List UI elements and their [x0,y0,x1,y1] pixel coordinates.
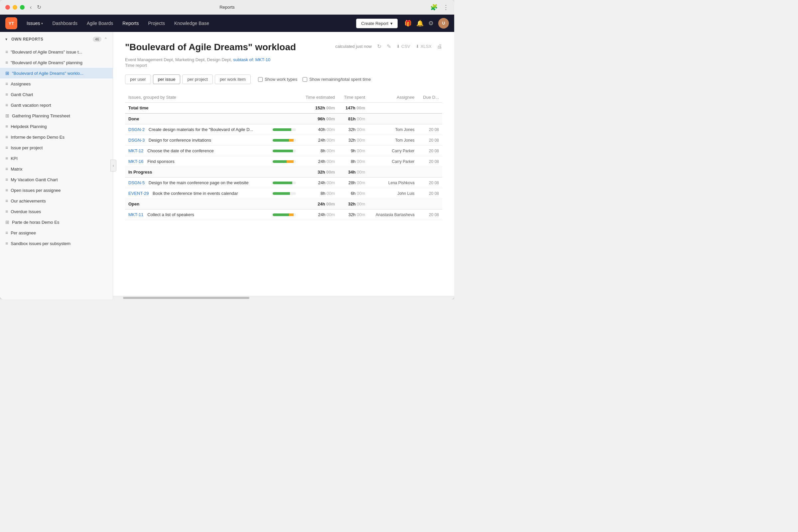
bell-icon[interactable]: 🔔 [416,20,424,27]
settings-icon[interactable]: ⚙ [428,20,434,27]
row-due-0-3: 20 08 [418,156,442,167]
sidebar-toggle-button[interactable]: ‹ [110,159,116,172]
row-issue-1-1: EVENT-29 Book the conference time in eve… [125,188,269,199]
row-assignee-1-0: Lena Pishkova [368,177,418,188]
table-body: Total time 152h 00m 147h 00m Done 96h 00… [125,103,442,220]
sidebar-item-15[interactable]: ≡Overdue Issues [0,206,113,217]
sidebar-item-label-10: KPI [11,156,18,161]
row-assignee-0-0: Tom Jones [368,125,418,135]
puzzle-icon[interactable]: 🧩 [430,4,438,11]
sidebar-item-6[interactable]: ⊞Gathering Planning Timesheet [0,110,113,121]
window-title: Reports [220,5,235,10]
sidebar-expand-icon[interactable]: ⌃ [104,37,108,41]
traffic-lights [5,5,25,10]
subtask-link[interactable]: subtask of: MKT-10 [233,57,270,62]
sidebar-item-11[interactable]: ≡Matrix [0,164,113,174]
user-avatar[interactable]: U [438,18,449,28]
tab-per-work-item[interactable]: per work item [215,75,251,84]
download-csv-icon: ⬇ [396,44,400,49]
row-time-spent-0-3: 8h 00m [338,156,368,167]
table-row: MKT-16 Find sponsors 24h 00m 8h 00m Carr… [125,156,442,167]
row-time-est-0-1: 24h 00m [299,135,339,146]
close-button[interactable] [5,5,10,10]
back-button[interactable]: ‹ [30,4,32,10]
row-assignee-0-2: Carry Parker [368,146,418,156]
group-time-spent-0: 81h 00m [338,113,368,125]
nav-item-issues[interactable]: Issues ▾ [23,19,47,28]
sidebar-item-8[interactable]: ≡Informe de tiempo Demo Es [0,132,113,142]
scrollbar-thumb[interactable] [123,297,249,299]
sidebar-item-icon-1: ≡ [5,60,8,65]
table-header-row: Issues, grouped by State Time estimated … [125,92,442,103]
col-issue: Issues, grouped by State [125,92,269,103]
nav-item-agile-boards[interactable]: Agile Boards [83,19,117,28]
show-remaining-time-checkbox[interactable]: Show remaining/total spent time [303,77,371,82]
sidebar-item-icon-15: ≡ [5,209,8,214]
issue-link-0-3[interactable]: MKT-16 [128,159,144,164]
issue-link-1-0[interactable]: DSGN-5 [128,180,145,185]
col-time-estimated: Time estimated [299,92,339,103]
sidebar-item-label-7: Helpdesk Planning [11,124,46,129]
sidebar-item-12[interactable]: ≡My Vacation Gantt Chart [0,174,113,185]
sidebar-item-icon-12: ≡ [5,177,8,182]
minimize-button[interactable] [13,5,17,10]
nav-item-dashboards[interactable]: Dashboards [48,19,81,28]
sidebar-item-icon-2: ⊞ [5,71,9,76]
create-report-button[interactable]: Create Report ▾ [356,19,398,28]
sidebar-item-2[interactable]: ⊞"Boulevard of Agile Dreams" worklo... [0,68,113,78]
gift-icon[interactable]: 🎁 [404,20,412,27]
more-icon[interactable]: ⋮ [443,4,449,11]
refresh-icon[interactable]: ↻ [377,43,381,50]
sidebar-item-14[interactable]: ≡Our achievements [0,195,113,206]
issue-link-2-0[interactable]: MKT-11 [128,212,144,217]
sidebar-item-10[interactable]: ≡KPI [0,153,113,164]
row-issue-0-3: MKT-16 Find sponsors [125,156,269,167]
sidebar-item-18[interactable]: ≡Sandbox issues per subsystem [0,238,113,249]
sidebar-item-0[interactable]: ≡"Boulevard of Agile Dreams" issue t... [0,46,113,57]
download-xlsx-icon: ⬇ [416,44,419,49]
nav-item-projects[interactable]: Projects [144,19,169,28]
xlsx-download-button[interactable]: ⬇ XLSX [416,44,432,49]
section-collapse-icon[interactable]: ▾ [5,37,7,41]
col-bar [269,92,299,103]
issue-link-1-1[interactable]: EVENT-29 [128,191,149,196]
row-bar-1-0 [269,177,299,188]
edit-icon[interactable]: ✎ [387,43,391,50]
total-label: Total time [125,103,269,114]
sidebar-item-icon-18: ≡ [5,241,8,246]
sidebar-item-7[interactable]: ≡Helpdesk Planning [0,121,113,132]
sidebar-item-9[interactable]: ≡Issue per project [0,142,113,153]
report-meta: Event Management Dept, Marketing Dept, D… [125,57,442,68]
sidebar-item-icon-9: ≡ [5,145,8,150]
sidebar-item-icon-6: ⊞ [5,113,9,118]
sidebar-item-icon-10: ≡ [5,156,8,161]
sidebar-item-13[interactable]: ≡Open issues per assignee [0,185,113,195]
horizontal-scrollbar[interactable] [113,296,454,299]
sidebar-item-17[interactable]: ≡Per assignee [0,227,113,238]
sidebar-item-5[interactable]: ≡Gantt vacation report [0,100,113,110]
sidebar-item-label-0: "Boulevard of Agile Dreams" issue t... [11,50,82,55]
group-due-1 [418,167,442,177]
sidebar-item-icon-3: ≡ [5,81,8,87]
sidebar-item-icon-14: ≡ [5,198,8,204]
issue-link-0-0[interactable]: DSGN-2 [128,127,145,132]
report-table-container: Issues, grouped by State Time estimated … [125,92,442,220]
tab-per-user[interactable]: per user [125,75,151,84]
sidebar-item-4[interactable]: ≡Gantt Chart [0,89,113,100]
maximize-button[interactable] [20,5,25,10]
nav-item-reports[interactable]: Reports [118,19,142,28]
show-work-types-checkbox[interactable]: Show work types [258,77,297,82]
csv-download-button[interactable]: ⬇ CSV [396,44,410,49]
sidebar-item-16[interactable]: ⊞Parte de horas Demo Es [0,217,113,227]
sidebar-item-1[interactable]: ≡"Boulevard of Agile Dreams" planning [0,57,113,68]
print-icon[interactable]: 🖨 [437,43,442,50]
nav-item-knowledge-base[interactable]: Knowledge Base [170,19,213,28]
sidebar-item-label-1: "Boulevard of Agile Dreams" planning [11,60,82,65]
group-label-0: Done [125,113,269,125]
tab-per-issue[interactable]: per issue [153,75,180,84]
reload-button[interactable]: ↻ [37,4,41,10]
issue-link-0-1[interactable]: DSGN-3 [128,138,145,142]
issue-link-0-2[interactable]: MKT-12 [128,148,144,153]
sidebar-item-3[interactable]: ≡Assignees [0,78,113,89]
tab-per-project[interactable]: per project [182,75,212,84]
